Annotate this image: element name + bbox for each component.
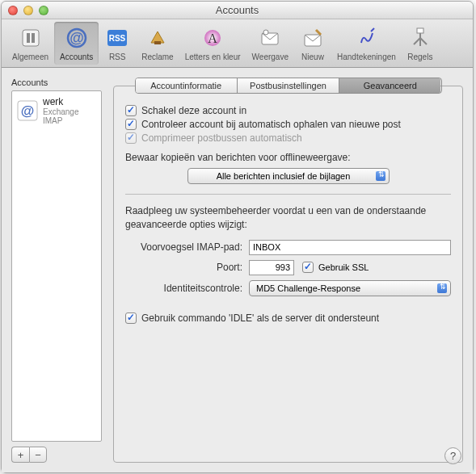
add-account-button[interactable]: +: [11, 447, 29, 463]
tabs: Accountinformatie Postbusinstellingen Ge…: [135, 78, 442, 94]
toolbar-letters-label: Letters en kleur: [185, 52, 241, 61]
idle-checkbox[interactable]: [125, 313, 137, 324]
account-item[interactable]: @ werk Exchange IMAP: [12, 91, 101, 130]
separator: [125, 194, 451, 195]
offline-label: Bewaar kopieën van berichten voor offlin…: [125, 152, 451, 163]
toolbar-weergave-label: Weergave: [252, 52, 289, 61]
port-input[interactable]: [249, 260, 294, 275]
toolbar-accounts-label: Accounts: [60, 52, 93, 61]
svg-text:RSS: RSS: [109, 34, 126, 43]
toolbar-general-label: Algemeen: [12, 52, 48, 61]
imap-prefix-label: Voorvoegsel IMAP-pad:: [125, 241, 242, 253]
svg-rect-13: [417, 28, 423, 33]
toolbar: Algemeen @ Accounts RSS RSS Reclame A Le…: [2, 19, 473, 68]
toolbar-nieuw[interactable]: Nieuw: [294, 22, 331, 65]
offline-select[interactable]: Alle berichten inclusief de bijlagen: [187, 168, 390, 184]
accounts-label: Accounts: [11, 78, 102, 87]
toolbar-nieuw-label: Nieuw: [301, 52, 324, 61]
toolbar-general[interactable]: Algemeen: [6, 22, 54, 65]
enable-account-label: Schakel deze account in: [141, 105, 246, 116]
port-label: Poort:: [125, 262, 242, 273]
idle-label: Gebruik commando 'IDLE' als de server di…: [141, 313, 379, 324]
compress-checkbox: [125, 132, 137, 144]
rules-icon: [407, 25, 433, 51]
viewing-icon: [257, 25, 283, 51]
offline-select-value: Alle berichten inclusief de bijlagen: [217, 171, 351, 181]
rss-icon: RSS: [104, 25, 130, 51]
advanced-panel: Schakel deze account in Controleer accou…: [113, 86, 463, 463]
svg-rect-2: [32, 33, 35, 43]
toolbar-reclame-label: Reclame: [141, 52, 173, 61]
advanced-note: Raadpleeg uw systeembeheerder voordat u …: [125, 204, 451, 232]
toolbar-handtekeningen-label: Handtekeningen: [337, 52, 396, 61]
compose-icon: [300, 25, 326, 51]
toolbar-reclame[interactable]: Reclame: [136, 22, 179, 65]
junk-icon: [145, 25, 171, 51]
ssl-checkbox[interactable]: [302, 262, 314, 273]
toolbar-letters[interactable]: A Letters en kleur: [179, 22, 246, 65]
at-icon: @: [64, 25, 90, 51]
account-type: Exchange IMAP: [43, 107, 96, 125]
toolbar-rss-label: RSS: [109, 52, 126, 61]
fonts-icon: A: [200, 25, 225, 51]
auth-select[interactable]: MD5 Challenge-Response: [249, 280, 451, 296]
window-title: Accounts: [2, 4, 473, 16]
svg-point-11: [263, 30, 268, 35]
auth-label: Identiteitscontrole:: [125, 283, 242, 294]
tab-geavanceerd[interactable]: Geavanceerd: [339, 78, 440, 93]
check-mail-label: Controleer account bij automatisch ophal…: [141, 119, 401, 130]
accounts-list[interactable]: @ werk Exchange IMAP: [11, 90, 102, 442]
svg-text:@: @: [70, 30, 84, 46]
help-button[interactable]: ?: [444, 447, 461, 464]
check-mail-checkbox[interactable]: [125, 119, 137, 130]
svg-text:@: @: [21, 103, 35, 119]
tab-accountinfo[interactable]: Accountinformatie: [136, 78, 238, 93]
imap-prefix-input[interactable]: [249, 240, 451, 255]
svg-rect-1: [27, 33, 30, 43]
titlebar: Accounts: [2, 2, 473, 19]
signature-icon: [353, 25, 379, 51]
auth-select-value: MD5 Challenge-Response: [256, 283, 360, 293]
toolbar-handtekeningen[interactable]: Handtekeningen: [331, 22, 402, 65]
account-name: werk: [43, 96, 96, 107]
toolbar-weergave[interactable]: Weergave: [246, 22, 294, 65]
svg-rect-7: [154, 41, 161, 44]
help-icon: ?: [450, 450, 456, 462]
svg-text:A: A: [208, 31, 217, 45]
compress-label: Comprimeer postbussen automatisch: [141, 132, 302, 144]
toolbar-regels[interactable]: Regels: [402, 22, 439, 65]
at-icon: @: [17, 100, 38, 121]
svg-rect-0: [23, 30, 39, 46]
toolbar-regels-label: Regels: [407, 52, 432, 61]
toolbar-rss[interactable]: RSS RSS: [99, 22, 136, 65]
switch-icon: [18, 25, 44, 51]
toolbar-accounts[interactable]: @ Accounts: [54, 22, 99, 65]
ssl-label: Gebruik SSL: [318, 262, 369, 272]
remove-account-button[interactable]: −: [29, 447, 47, 463]
tab-postbus[interactable]: Postbusinstellingen: [238, 78, 339, 93]
enable-account-checkbox[interactable]: [125, 105, 137, 116]
